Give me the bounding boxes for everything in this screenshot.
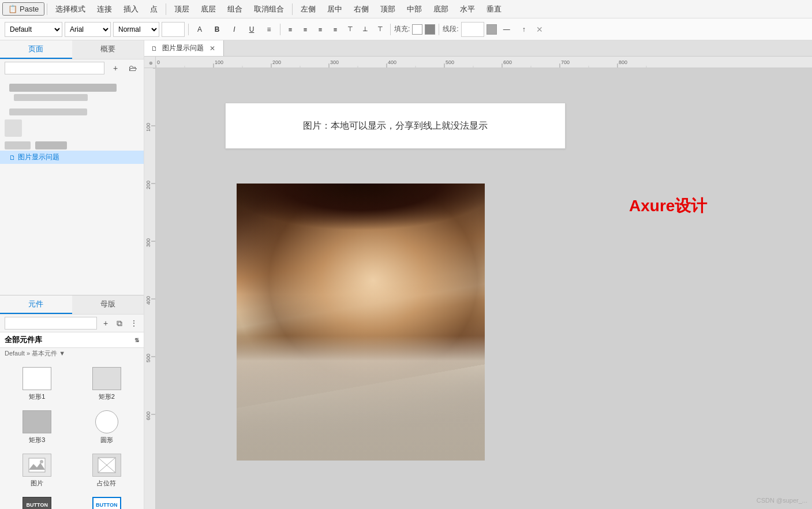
menu-align-left[interactable]: 左侧 <box>295 2 321 17</box>
fmt-sep-4 <box>439 24 439 35</box>
font-color-btn[interactable]: A <box>192 22 207 37</box>
image-icon <box>23 454 51 477</box>
menu-sep-1 <box>47 3 47 15</box>
ruler-corner: ⊕ <box>144 57 156 68</box>
menu-select-mode[interactable]: 选择模式 <box>50 2 91 17</box>
svg-text:700: 700 <box>561 59 570 65</box>
canvas-content[interactable]: 图片：本地可以显示，分享到线上就没法显示 <box>156 68 812 509</box>
left-panel: 页面 概要 + 🗁 <box>0 40 144 509</box>
tab-page[interactable]: 页面 <box>0 40 72 59</box>
button2-icon: BUTTON <box>92 497 121 509</box>
library-path[interactable]: Default » 基本元件 ▼ <box>0 348 144 360</box>
paste-button[interactable]: 📋 Paste <box>2 2 44 16</box>
menu-align-center[interactable]: 居中 <box>321 2 348 17</box>
tab-elements[interactable]: 元件 <box>0 295 72 314</box>
italic-btn[interactable]: I <box>227 22 242 37</box>
svg-text:500: 500 <box>145 354 151 362</box>
widget-item-image[interactable]: 图片 <box>5 451 70 490</box>
svg-text:300: 300 <box>330 59 339 65</box>
main-layout: 页面 概要 + 🗁 <box>0 40 812 509</box>
menu-bottom-layer[interactable]: 底层 <box>195 2 222 17</box>
widget-item-rect2[interactable]: 矩形2 <box>74 365 140 403</box>
red-text-widget: Axure设计 <box>629 195 707 217</box>
widget-item-rect1[interactable]: 矩形1 <box>5 365 70 403</box>
fill-color-swatch-white[interactable] <box>412 24 422 35</box>
image-widget[interactable] <box>237 184 485 461</box>
page-item-active[interactable]: 🗋 图片显示问题 <box>0 151 144 164</box>
line-width-input[interactable]: 1 <box>461 22 484 37</box>
menu-sep-2 <box>166 3 166 15</box>
add-page-btn[interactable]: + <box>109 62 122 74</box>
svg-text:300: 300 <box>145 238 151 247</box>
menu-group[interactable]: 组合 <box>222 2 248 17</box>
text-widget[interactable]: 图片：本地可以显示，分享到线上就没法显示 <box>225 103 566 149</box>
widget-item-button1[interactable]: BUTTON 按钮 <box>5 495 70 509</box>
style-select[interactable]: Default <box>5 22 62 37</box>
format-toolbar: Default Arial Normal 13 A B I U ≡ ≡ ≡ ≡ … <box>0 18 812 40</box>
svg-text:100: 100 <box>145 123 151 132</box>
menu-insert[interactable]: 插入 <box>118 2 144 17</box>
svg-point-3 <box>40 460 43 463</box>
fmt-sep-3 <box>390 24 391 35</box>
svg-text:400: 400 <box>388 59 396 65</box>
line-style-btn-1[interactable]: — <box>499 22 514 37</box>
menu-distribute-h[interactable]: 水平 <box>454 2 481 17</box>
text-valign-bottom[interactable]: ⊤ <box>374 23 387 36</box>
menu-ungroup[interactable]: 取消组合 <box>248 2 290 17</box>
text-align-left[interactable]: ≡ <box>284 23 297 36</box>
font-select[interactable]: Arial <box>65 22 111 37</box>
tab-close-btn[interactable]: ✕ <box>208 44 216 53</box>
add-library-btn[interactable]: + <box>100 317 111 330</box>
line-style-btn-2[interactable]: ↑ <box>517 22 532 37</box>
bold-btn[interactable]: B <box>209 22 224 37</box>
widget-panel: 元件 母版 + ⧉ ⋮ 全部元件库 ⇅ Default » 基本元件 ▼ 矩形1 <box>0 295 144 509</box>
menu-top-layer[interactable]: 顶层 <box>169 2 195 17</box>
page-tree-header: + 🗁 <box>0 59 144 77</box>
page-search-input[interactable] <box>5 62 104 74</box>
weight-select[interactable]: Normal <box>113 22 159 37</box>
text-align-center[interactable]: ≡ <box>299 23 312 36</box>
line-color-swatch[interactable] <box>487 24 497 35</box>
tab-masters[interactable]: 母版 <box>72 295 144 314</box>
close-x[interactable]: ✕ <box>536 25 543 34</box>
more-btn[interactable]: ⋮ <box>129 317 139 330</box>
underline-btn[interactable]: U <box>244 22 259 37</box>
svg-text:400: 400 <box>145 296 151 305</box>
svg-text:800: 800 <box>619 59 627 65</box>
library-select[interactable]: 全部元件库 ⇅ <box>0 332 144 348</box>
ruler-container: ⊕ 0 100 200 300 400 500 <box>144 57 812 68</box>
page-overview-tabs: 页面 概要 <box>0 40 144 59</box>
list-btn[interactable]: ≡ <box>261 22 276 37</box>
svg-text:600: 600 <box>503 59 512 65</box>
text-align-right[interactable]: ≡ <box>314 23 327 36</box>
fmt-sep-2 <box>280 24 280 35</box>
text-valign-middle[interactable]: ⊥ <box>359 23 372 36</box>
fill-color-swatch-grey[interactable] <box>425 24 435 35</box>
widget-item-button2[interactable]: BUTTON 文字按钮 <box>74 495 140 509</box>
canvas-tab-active[interactable]: 🗋 图片显示问题 ✕ <box>144 40 224 56</box>
canvas-tab-title: 图片显示问题 <box>162 43 204 53</box>
text-align-justify[interactable]: ≡ <box>329 23 342 36</box>
widget-search-input[interactable] <box>5 317 97 330</box>
library-name: 全部元件库 <box>5 335 42 345</box>
folder-btn[interactable]: 🗁 <box>126 62 139 74</box>
menu-align-right[interactable]: 右侧 <box>348 2 375 17</box>
text-valign-top[interactable]: ⊤ <box>344 23 357 36</box>
menu-align-middle[interactable]: 中部 <box>401 2 428 17</box>
menu-align-top[interactable]: 顶部 <box>375 2 401 17</box>
menu-point[interactable]: 点 <box>144 2 163 17</box>
chevron-icon: ⇅ <box>134 337 139 343</box>
widget-item-placeholder[interactable]: 占位符 <box>74 451 140 490</box>
copy-library-btn[interactable]: ⧉ <box>114 317 125 330</box>
widget-item-circle[interactable]: 圆形 <box>74 408 140 447</box>
tab-overview[interactable]: 概要 <box>72 40 144 59</box>
menu-connect[interactable]: 连接 <box>91 2 118 17</box>
menu-distribute-v[interactable]: 垂直 <box>481 2 507 17</box>
widget-label-placeholder: 占位符 <box>97 479 116 488</box>
font-size-input[interactable]: 13 <box>162 22 185 37</box>
fmt-sep-1 <box>188 24 189 35</box>
widget-item-rect3[interactable]: 矩形3 <box>5 408 70 447</box>
menu-align-bottom[interactable]: 底部 <box>428 2 454 17</box>
paste-icon: 📋 <box>8 5 17 13</box>
tab-page-icon: 🗋 <box>151 45 158 52</box>
